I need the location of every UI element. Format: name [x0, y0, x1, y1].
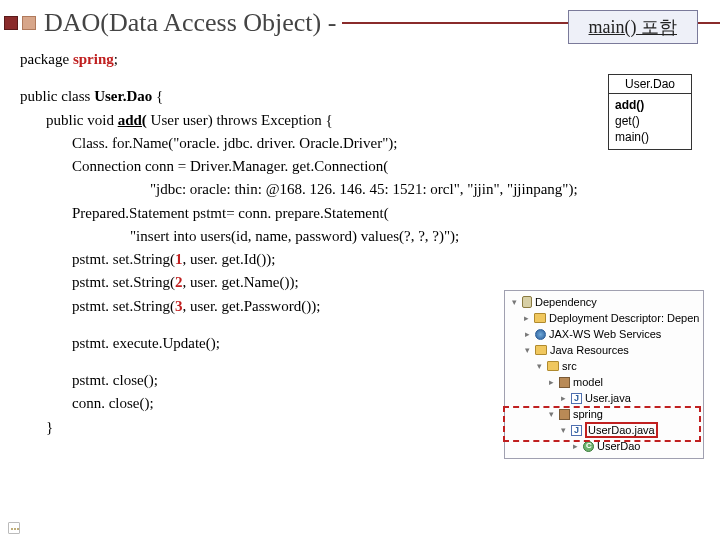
package-icon: [559, 377, 570, 388]
slide-title: DAO(Data Access Object) -: [44, 8, 336, 38]
code-line: public class User.Dao {: [20, 85, 704, 108]
method-main: main(): [615, 129, 685, 145]
code-line: Prepared.Statement pstmt= conn. prepare.…: [20, 202, 704, 225]
tree-node[interactable]: ▾Dependency: [509, 294, 699, 310]
method-add: add(): [615, 97, 685, 113]
deco-square-light: [22, 16, 36, 30]
tree-node[interactable]: ▾Java Resources: [509, 342, 699, 358]
main-included-badge: main() 포함: [568, 10, 698, 44]
folder-icon: [535, 345, 547, 355]
folder-icon: [534, 313, 546, 323]
src-folder-icon: [547, 361, 559, 371]
tree-node[interactable]: ▾spring: [509, 406, 699, 422]
class-diagram-methods: add() get() main(): [609, 94, 691, 149]
project-icon: [522, 296, 532, 308]
tree-node-highlighted[interactable]: ▾UserDao.java: [509, 422, 699, 438]
class-diagram-name: User.Dao: [609, 75, 691, 94]
method-get: get(): [615, 113, 685, 129]
webservices-icon: [535, 329, 546, 340]
tree-node[interactable]: ▸Deployment Descriptor: Dependency: [509, 310, 699, 326]
code-line: Connection conn = Driver.Manager. get.Co…: [20, 155, 704, 178]
java-file-icon: [571, 393, 582, 404]
code-line: package spring;: [20, 48, 704, 71]
code-line: "jdbc: oracle: thin: @168. 126. 146. 45:…: [20, 178, 704, 201]
tree-node[interactable]: ▾src: [509, 358, 699, 374]
code-line: "insert into users(id, name, password) v…: [20, 225, 704, 248]
java-file-icon: [571, 425, 582, 436]
class-diagram: User.Dao add() get() main(): [608, 74, 692, 150]
tree-node[interactable]: ▸model: [509, 374, 699, 390]
code-line: Class. for.Name("oracle. jdbc. driver. O…: [20, 132, 704, 155]
tree-node[interactable]: ▸JAX-WS Web Services: [509, 326, 699, 342]
deco-square-dark: [4, 16, 18, 30]
project-tree: ▾Dependency ▸Deployment Descriptor: Depe…: [504, 290, 704, 459]
package-icon: [559, 409, 570, 420]
code-line: pstmt. set.String(1, user. get.Id());: [20, 248, 704, 271]
slide-footer-icon: [8, 522, 20, 534]
class-icon: [583, 441, 594, 452]
code-line: public void add( User user) throws Excep…: [20, 109, 704, 132]
tree-node[interactable]: ▸User.java: [509, 390, 699, 406]
tree-node[interactable]: ▸UserDao: [509, 438, 699, 454]
